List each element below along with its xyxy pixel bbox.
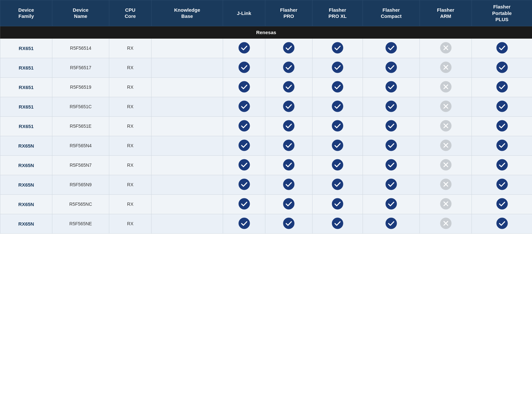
svg-point-7 — [497, 42, 508, 53]
device-name-cell: R5F565N7 — [52, 155, 109, 175]
check-blue-icon — [496, 100, 508, 112]
check-blue-icon — [332, 42, 343, 54]
check-blue-icon — [283, 178, 295, 190]
svg-point-58 — [332, 179, 343, 190]
svg-point-59 — [386, 179, 397, 190]
svg-point-56 — [239, 179, 250, 190]
svg-point-34 — [332, 120, 343, 131]
flasher-compact-cell — [363, 97, 420, 116]
check-blue-icon — [332, 198, 343, 210]
header-device-family: DeviceFamily — [0, 0, 52, 26]
svg-point-24 — [239, 101, 250, 112]
svg-point-3 — [386, 42, 397, 53]
svg-point-10 — [332, 62, 343, 73]
device-name-cell: R5F5651C — [52, 97, 109, 116]
check-blue-icon — [283, 61, 295, 73]
check-blue-icon — [332, 178, 343, 190]
knowledge-base-cell — [152, 175, 223, 194]
flasher-pro-xl-cell — [313, 97, 363, 116]
flasher-compact-cell — [363, 38, 420, 58]
svg-point-0 — [239, 42, 250, 53]
cpu-core-cell: RX — [109, 38, 152, 58]
cross-gray-icon — [440, 139, 452, 151]
svg-point-74 — [332, 218, 343, 229]
table-row: RX651R5F56514RX — [0, 38, 532, 58]
knowledge-base-cell — [152, 116, 223, 136]
svg-point-64 — [239, 198, 250, 209]
svg-point-23 — [497, 81, 508, 92]
check-blue-icon — [238, 81, 250, 93]
check-blue-icon — [385, 198, 397, 210]
svg-point-19 — [386, 81, 397, 92]
cross-gray-icon — [440, 159, 452, 171]
flasher-pro-xl-cell — [313, 136, 363, 155]
check-blue-icon — [283, 100, 295, 112]
flasher-arm-cell — [420, 116, 472, 136]
check-blue-icon — [283, 42, 295, 54]
svg-point-67 — [386, 198, 397, 209]
cpu-core-cell: RX — [109, 97, 152, 116]
svg-point-48 — [239, 159, 250, 170]
svg-point-73 — [283, 218, 294, 229]
cpu-core-cell: RX — [109, 58, 152, 77]
check-blue-icon — [496, 178, 508, 190]
device-family-cell: RX65N — [0, 175, 52, 194]
check-blue-icon — [332, 120, 343, 132]
check-blue-icon — [385, 139, 397, 151]
check-blue-icon — [238, 159, 250, 171]
check-blue-icon — [332, 81, 343, 93]
flasher-pro-cell — [265, 136, 313, 155]
jlink-cell — [223, 77, 265, 97]
device-name-cell: R5F565NC — [52, 194, 109, 214]
knowledge-base-cell — [152, 38, 223, 58]
table-row: RX651R5F5651CRX — [0, 97, 532, 116]
jlink-cell — [223, 175, 265, 194]
jlink-cell — [223, 214, 265, 233]
flasher-compact-cell — [363, 194, 420, 214]
flasher-arm-cell — [420, 175, 472, 194]
table-row: RX65NR5F565N7RX — [0, 155, 532, 175]
flasher-compact-cell — [363, 175, 420, 194]
svg-point-16 — [239, 81, 250, 92]
table-row: RX65NR5F565N9RX — [0, 175, 532, 194]
knowledge-base-cell — [152, 77, 223, 97]
device-family-cell: RX651 — [0, 97, 52, 116]
cpu-core-cell: RX — [109, 155, 152, 175]
device-name-cell: R5F565N9 — [52, 175, 109, 194]
flasher-compact-cell — [363, 214, 420, 233]
cross-gray-icon — [440, 100, 452, 112]
flasher-arm-cell — [420, 194, 472, 214]
svg-point-11 — [386, 62, 397, 73]
check-blue-icon — [238, 178, 250, 190]
flasher-portable-plus-cell — [472, 38, 532, 58]
check-blue-icon — [385, 42, 397, 54]
device-name-cell: R5F565NE — [52, 214, 109, 233]
check-blue-icon — [496, 139, 508, 151]
check-blue-icon — [238, 120, 250, 132]
svg-point-47 — [497, 140, 508, 151]
flasher-portable-plus-cell — [472, 194, 532, 214]
svg-point-66 — [332, 198, 343, 209]
check-blue-icon — [283, 120, 295, 132]
svg-point-49 — [283, 159, 294, 170]
header-cpu-core: CPUCore — [109, 0, 152, 26]
check-blue-icon — [332, 159, 343, 171]
svg-point-15 — [497, 62, 508, 73]
flasher-pro-xl-cell — [313, 194, 363, 214]
svg-point-26 — [332, 101, 343, 112]
device-family-cell: RX65N — [0, 155, 52, 175]
svg-point-57 — [283, 179, 294, 190]
check-blue-icon — [385, 178, 397, 190]
flasher-pro-xl-cell — [313, 77, 363, 97]
check-blue-icon — [283, 139, 295, 151]
device-family-cell: RX651 — [0, 58, 52, 77]
flasher-arm-cell — [420, 58, 472, 77]
check-blue-icon — [385, 61, 397, 73]
flasher-pro-cell — [265, 58, 313, 77]
table-row: RX651R5F56519RX — [0, 77, 532, 97]
flasher-compact-cell — [363, 155, 420, 175]
header-jlink: J-Link — [223, 0, 265, 26]
jlink-cell — [223, 38, 265, 58]
flasher-arm-cell — [420, 97, 472, 116]
jlink-cell — [223, 58, 265, 77]
